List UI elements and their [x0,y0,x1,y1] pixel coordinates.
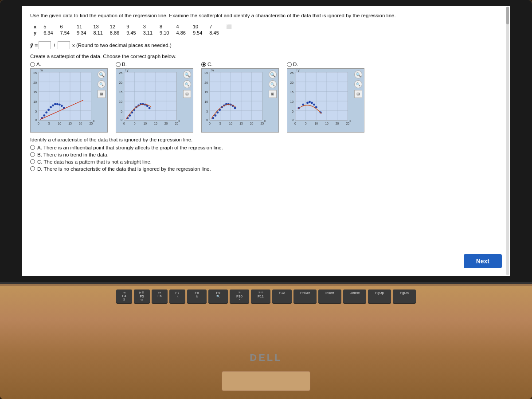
svg-text:↑y: ↑y [211,69,214,72]
x-val-3: 11 [73,23,90,30]
radio-C[interactable] [201,62,206,67]
svg-text:10: 10 [290,100,293,103]
svg-point-30 [59,103,61,106]
graph-option-B[interactable]: B. [116,62,193,133]
magnify-A-2[interactable]: 🔍 [98,80,106,88]
svg-text:15: 15 [33,90,37,94]
key-PrtScr[interactable]: PrtScr [293,289,317,304]
key-PgDn-label: PgDn [395,291,413,295]
equation-row: ŷ = + x (Round to two decimal places as … [30,41,502,49]
magnify-B-1[interactable]: 🔍 [183,70,191,78]
x-val-2: 6 [57,23,73,30]
svg-text:25: 25 [290,71,293,74]
key-F5[interactable]: ▶⏸ F5 % [134,289,150,304]
identify-option-C[interactable]: C. The data has a pattern that is not a … [30,159,502,164]
svg-point-25 [47,109,50,111]
key-F8[interactable]: F8 & [187,289,207,304]
svg-text:20: 20 [119,81,122,84]
svg-text:15: 15 [239,122,243,125]
graph-container-B[interactable]: 25 20 15 10 5 0 0 5 10 15 [116,68,193,133]
svg-text:5: 5 [134,122,136,125]
expand-B[interactable]: ⊞ [183,90,191,98]
trackpad[interactable] [222,371,310,391]
scrollbar-thumb[interactable] [506,7,509,24]
graph-option-C[interactable]: C. [201,62,279,133]
next-button[interactable]: Next [464,254,502,268]
svg-text:10: 10 [119,100,122,103]
radio-B[interactable] [116,62,121,67]
identify-option-A[interactable]: A. There is an influential point that st… [30,145,502,150]
magnify-A-1[interactable]: 🔍 [98,70,106,78]
svg-text:0: 0 [292,118,293,121]
graph-container-D[interactable]: 25 20 15 10 5 0 0 5 10 15 [287,68,364,133]
expand-D[interactable]: ⊞ [354,90,362,98]
svg-text:5: 5 [35,110,37,113]
key-F8-label: F8 [190,291,204,295]
key-F4[interactable]: ⏮ F4 $ [116,289,132,304]
expand-A[interactable]: ⊞ [98,90,106,98]
radio-identify-C[interactable] [30,159,35,164]
svg-point-23 [43,114,45,117]
radio-A[interactable] [30,62,35,67]
svg-text:x: x [349,119,351,123]
y-val-11: 8.45 [206,30,222,36]
svg-point-24 [45,111,47,113]
magnify-D-1[interactable]: 🔍 [354,70,362,78]
svg-point-100 [227,103,230,106]
svg-text:5: 5 [121,110,122,113]
x-val-10: 10 [189,23,206,30]
svg-text:15: 15 [204,90,208,94]
svg-text:0: 0 [209,122,211,125]
svg-text:5: 5 [305,122,307,125]
svg-point-68 [149,107,151,109]
graph-option-A[interactable]: A. [30,62,108,133]
graph-container-C[interactable]: 25 20 15 10 5 0 0 5 10 15 [201,68,279,133]
expand-C[interactable]: ⊞ [269,90,277,98]
scrollbar[interactable] [506,7,509,275]
radio-D[interactable] [287,62,292,67]
key-F7[interactable]: F7 ∧ [169,289,185,304]
radio-identify-D[interactable] [30,166,35,171]
magnify-C-1[interactable]: 🔍 [269,70,277,78]
key-F12[interactable]: F12 [272,289,292,304]
svg-text:15: 15 [154,122,157,125]
x-label: x [34,24,36,29]
key-PgUp[interactable]: PgUp [368,289,391,304]
magnify-B-2[interactable]: 🔍 [183,80,191,88]
key-F4-label: F4 [119,294,129,298]
question-text: Use the given data to find the equation … [30,12,502,19]
graph-container-A[interactable]: 25 20 15 10 5 0 0 5 10 [30,68,108,133]
graph-label-A: A. [36,62,41,67]
svg-text:15: 15 [290,90,293,94]
radio-identify-A[interactable] [30,145,35,150]
radio-identify-B[interactable] [30,152,35,157]
key-Insert[interactable]: Insert [318,289,341,304]
equation-input-1[interactable] [39,41,51,49]
svg-text:0: 0 [121,118,122,121]
x-val-11: 7 [206,23,222,30]
svg-point-130 [306,102,309,104]
key-F11[interactable]: ☀☀ F11 [251,289,270,304]
magnify-C-2[interactable]: 🔍 [269,80,277,88]
svg-text:10: 10 [143,122,147,125]
identify-option-B[interactable]: B. There is no trend in the data. [30,152,502,157]
svg-point-133 [313,103,315,106]
graph-option-D[interactable]: D. [287,62,364,133]
svg-point-31 [61,105,63,107]
key-Delete[interactable]: Delete [343,289,366,304]
key-F12-label: F12 [275,291,289,295]
identify-option-D[interactable]: D. There is no characteristic of the dat… [30,166,502,172]
magnify-D-2[interactable]: 🔍 [354,80,362,88]
key-F6[interactable]: ⏭ F6 [152,289,168,304]
key-F10[interactable]: ☀ F10 * [230,289,249,304]
equation-input-2[interactable] [58,41,70,49]
svg-rect-107 [295,72,348,120]
svg-text:x: x [264,119,266,123]
expand-icon[interactable]: ⬜ [223,23,235,30]
key-F9[interactable]: F9 🔍 [208,289,228,304]
graph-svg-A: 25 20 15 10 5 0 0 5 10 [31,69,107,132]
key-PgDn[interactable]: PgDn [393,289,416,304]
laptop-outer: Use the given data to find the equation … [0,0,532,399]
svg-text:20: 20 [204,81,208,84]
x-val-7: 3 [140,23,156,30]
